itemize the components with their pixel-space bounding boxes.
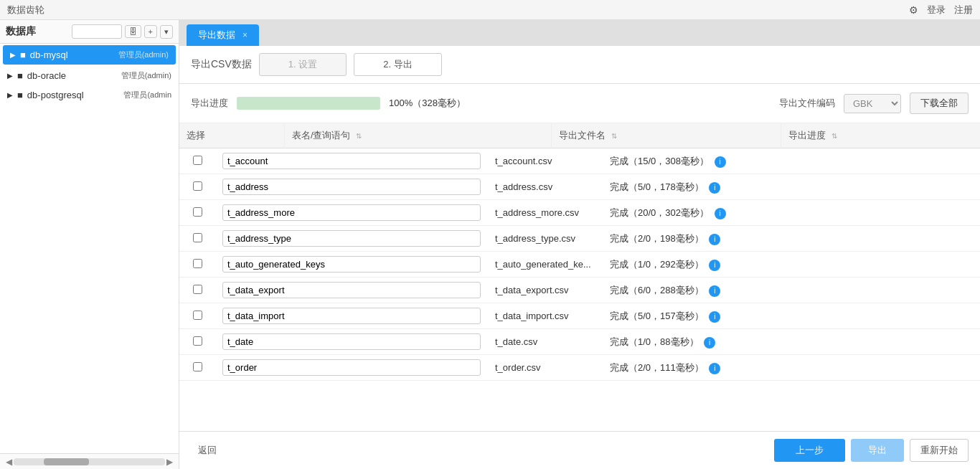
row-checkbox[interactable] <box>193 259 202 268</box>
table-row: t_address_more.csv 完成（20/0，302毫秒） i <box>179 200 980 226</box>
sidebar-scrollbar-thumb <box>44 458 89 465</box>
tab-bar: 导出数据 × <box>179 20 980 46</box>
row-file-cell: t_order.csv <box>488 355 603 381</box>
table-row: t_address_type.csv 完成（2/0，198毫秒） i <box>179 226 980 252</box>
row-checkbox[interactable] <box>193 362 202 371</box>
step2-btn[interactable]: 2. 导出 <box>354 53 441 76</box>
info-icon[interactable]: i <box>709 285 720 297</box>
db-icon: ■ <box>20 49 26 60</box>
row-checkbox-cell <box>179 278 215 303</box>
login-link[interactable]: 登录 <box>927 4 946 16</box>
row-name-input[interactable] <box>222 256 481 273</box>
table-row: t_auto_generated_ke... 完成（1/0，292毫秒） i <box>179 252 980 278</box>
arrow-icon: ▶ <box>7 72 13 80</box>
row-name-cell <box>215 355 488 381</box>
restart-btn[interactable]: 重新开始 <box>910 439 969 462</box>
row-name-input[interactable] <box>222 153 481 169</box>
row-checkbox-cell <box>179 148 215 174</box>
row-name-cell <box>215 174 488 200</box>
row-checkbox[interactable] <box>193 311 202 320</box>
row-checkbox[interactable] <box>193 233 202 242</box>
info-icon[interactable]: i <box>709 311 720 323</box>
row-file-cell: t_address_type.csv <box>488 226 603 252</box>
sidebar-db-icon-btn[interactable]: 🗄 <box>125 25 141 38</box>
row-file-cell: t_address.csv <box>488 174 603 200</box>
info-icon[interactable]: i <box>709 260 720 271</box>
encode-select[interactable]: GBK UTF-8 <box>844 94 901 113</box>
progress-text: 100%（328毫秒） <box>389 97 466 110</box>
info-icon[interactable]: i <box>715 156 726 168</box>
sidebar-add-btn[interactable]: + <box>144 25 157 38</box>
row-checkbox[interactable] <box>193 285 202 294</box>
row-name-input[interactable] <box>222 179 481 195</box>
row-checkbox[interactable] <box>193 207 202 217</box>
sidebar-item-db-oracle[interactable]: ▶ ■ db-oracle 管理员(admin) <box>0 66 179 85</box>
sidebar-scroll-left-btn[interactable]: ◀ <box>4 457 14 467</box>
row-checkbox-cell <box>179 355 215 381</box>
progress-section: 导出进度 100%（328毫秒） 导出文件编码 GBK UTF-8 下载全部 <box>179 84 980 123</box>
main-panel: 导出CSV数据 1. 设置 2. 导出 导出进度 100%（328毫秒） 导出文… <box>179 46 980 469</box>
row-name-input[interactable] <box>222 308 481 324</box>
sidebar-search-input[interactable] <box>72 24 122 39</box>
row-name-input[interactable] <box>222 204 481 221</box>
sidebar-item-db-postgresql[interactable]: ▶ ■ db-postgresql 管理员(admin <box>0 85 179 105</box>
export-table-body: t_account.csv 完成（15/0，308毫秒） i t_address… <box>179 148 980 381</box>
row-status-text: 完成（2/0，111毫秒） <box>610 362 704 373</box>
db-icon: ■ <box>17 70 23 81</box>
row-checkbox[interactable] <box>193 156 202 165</box>
export-btn[interactable]: 导出 <box>851 439 904 462</box>
table-row: t_data_export.csv 完成（6/0，288毫秒） i <box>179 278 980 303</box>
register-link[interactable]: 注册 <box>954 4 973 16</box>
step-header: 导出CSV数据 1. 设置 2. 导出 <box>179 46 980 84</box>
row-status-cell: 完成（15/0，308毫秒） i <box>603 148 980 174</box>
row-status-cell: 完成（5/0，157毫秒） i <box>603 303 980 329</box>
row-name-input[interactable] <box>222 359 481 376</box>
row-file-cell: t_account.csv <box>488 148 603 174</box>
row-name-input[interactable] <box>222 282 481 298</box>
info-icon[interactable]: i <box>709 182 720 194</box>
sidebar-more-btn[interactable]: ▾ <box>160 25 173 39</box>
row-file-cell: t_data_export.csv <box>488 278 603 303</box>
table-row: t_data_import.csv 完成（5/0，157毫秒） i <box>179 303 980 329</box>
sidebar-scrollbar <box>14 458 165 465</box>
export-table: 选择 表名/查询语句 ⇅ 导出文件名 ⇅ 导出进度 <box>179 123 980 148</box>
row-status-text: 完成（20/0，302毫秒） <box>610 207 709 218</box>
row-status-cell: 完成（2/0，198毫秒） i <box>603 226 980 252</box>
step1-btn[interactable]: 1. 设置 <box>259 53 347 76</box>
row-file-cell: t_date.csv <box>488 329 603 355</box>
row-name-cell <box>215 226 488 252</box>
col-header-file-name: 导出文件名 ⇅ <box>552 123 781 148</box>
sidebar-title: 数据库 <box>6 25 69 38</box>
tab-close-btn[interactable]: × <box>242 30 248 40</box>
row-status-cell: 完成（6/0，288毫秒） i <box>603 278 980 303</box>
row-name-cell <box>215 148 488 174</box>
row-checkbox[interactable] <box>193 181 202 191</box>
row-name-input[interactable] <box>222 333 481 350</box>
gear-icon[interactable]: ⚙ <box>909 4 918 16</box>
back-btn[interactable]: 返回 <box>191 440 224 461</box>
info-icon[interactable]: i <box>715 208 726 219</box>
prev-step-btn[interactable]: 上一步 <box>774 439 845 462</box>
db-icon: ■ <box>17 90 23 100</box>
sidebar-bottom: ◀ ▶ <box>0 453 179 469</box>
info-icon[interactable]: i <box>704 337 715 349</box>
sidebar-scroll-right-btn[interactable]: ▶ <box>165 457 174 467</box>
progress-bar-fill <box>237 97 380 110</box>
row-checkbox-cell <box>179 329 215 355</box>
arrow-icon: ▶ <box>7 91 13 99</box>
info-icon[interactable]: i <box>709 234 720 245</box>
row-file-cell: t_address_more.csv <box>488 200 603 226</box>
tab-label: 导出数据 <box>198 29 235 42</box>
download-all-btn[interactable]: 下载全部 <box>910 93 969 114</box>
row-status-text: 完成（5/0，178毫秒） <box>610 181 704 192</box>
row-checkbox[interactable] <box>193 336 202 346</box>
info-icon[interactable]: i <box>709 363 720 374</box>
row-name-input[interactable] <box>222 230 481 247</box>
tab-export-data[interactable]: 导出数据 × <box>187 24 259 46</box>
row-file-cell: t_data_import.csv <box>488 303 603 329</box>
sort-arrow-icon: ⇅ <box>831 132 837 140</box>
sidebar-item-db-mysql[interactable]: ▶ ■ db-mysql 管理员(admin) <box>3 45 176 65</box>
row-status-text: 完成（1/0，292毫秒） <box>610 259 704 270</box>
row-checkbox-cell <box>179 303 215 329</box>
row-checkbox-cell <box>179 174 215 200</box>
